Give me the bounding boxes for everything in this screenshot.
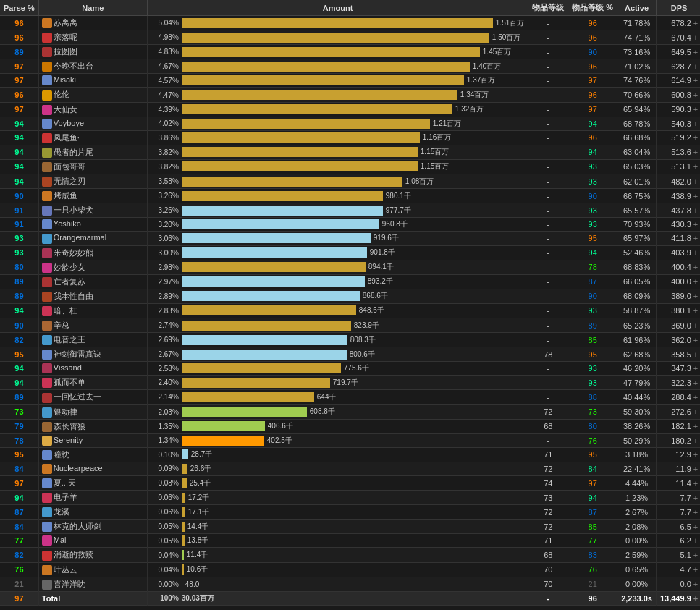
dps-plus-icon[interactable]: +: [693, 263, 698, 271]
col-dps[interactable]: DPS: [656, 0, 700, 16]
player-name[interactable]: 我本性自由: [38, 289, 147, 303]
dps-plus-icon[interactable]: +: [693, 594, 698, 603]
player-name[interactable]: 无情之刃: [38, 174, 147, 189]
player-name[interactable]: 喜洋洋眈: [38, 577, 147, 591]
player-name[interactable]: 今晚不出台: [38, 59, 147, 74]
amount-bar-cell: 3.26%977.7千: [147, 203, 528, 218]
dps-plus-icon[interactable]: +: [693, 90, 698, 99]
parse-value: 90: [0, 318, 38, 332]
player-name[interactable]: 凤尾鱼·: [38, 130, 147, 145]
dps-plus-icon[interactable]: +: [693, 62, 698, 71]
dps-plus-icon[interactable]: +: [693, 19, 698, 27]
col-ilvl-pct[interactable]: 物品等级 %: [568, 0, 617, 16]
dps-plus-icon[interactable]: +: [693, 321, 698, 330]
player-name[interactable]: Mai: [38, 534, 147, 548]
dps-plus-icon[interactable]: +: [693, 536, 698, 545]
player-name[interactable]: 一只小柴犬: [38, 203, 147, 218]
dps-plus-icon[interactable]: +: [693, 33, 698, 42]
player-name[interactable]: 暗、杠: [38, 303, 147, 318]
player-name[interactable]: 愚者的片尾: [38, 145, 147, 159]
col-name[interactable]: Name: [38, 0, 147, 16]
player-name[interactable]: 一回忆过去一: [38, 390, 147, 404]
dps-plus-icon[interactable]: +: [693, 133, 698, 142]
player-name[interactable]: 电子羊: [38, 491, 147, 505]
player-icon: [42, 306, 52, 316]
player-name[interactable]: 神剑御雷真诀: [38, 347, 147, 362]
ilvl-pct-value: 87: [568, 274, 617, 289]
dps-plus-icon[interactable]: +: [693, 580, 698, 588]
amount-bar: [182, 90, 457, 100]
dps-plus-icon[interactable]: +: [693, 119, 698, 128]
dps-plus-icon[interactable]: +: [693, 364, 698, 373]
col-active[interactable]: Active: [617, 0, 657, 16]
player-name[interactable]: Vissand: [38, 362, 147, 376]
dps-plus-icon[interactable]: +: [693, 277, 698, 286]
dps-plus-icon[interactable]: +: [693, 248, 698, 257]
player-name[interactable]: Misaki: [38, 74, 147, 88]
player-name[interactable]: 林克的大师剑: [38, 520, 147, 534]
dps-plus-icon[interactable]: +: [693, 565, 698, 574]
dps-plus-icon[interactable]: +: [693, 234, 698, 242]
dps-plus-icon[interactable]: +: [693, 306, 698, 315]
dps-plus-icon[interactable]: +: [693, 292, 698, 300]
dps-plus-icon[interactable]: +: [693, 336, 698, 344]
dps-plus-icon[interactable]: +: [693, 407, 698, 416]
player-name[interactable]: 森长霄狼: [38, 419, 147, 433]
player-name[interactable]: 亡者复苏: [38, 274, 147, 289]
dps-plus-icon[interactable]: +: [693, 465, 698, 473]
player-name[interactable]: 瞳眈: [38, 447, 147, 462]
dps-plus-icon[interactable]: +: [693, 177, 698, 186]
player-name[interactable]: 苏离离: [38, 16, 147, 30]
player-name[interactable]: 银动律: [38, 404, 147, 419]
player-name[interactable]: Nuclearpeace: [38, 462, 147, 475]
player-name[interactable]: Voyboye: [38, 117, 147, 130]
dps-plus-icon[interactable]: +: [693, 493, 698, 502]
dps-plus-icon[interactable]: +: [693, 551, 698, 559]
player-name[interactable]: Total: [38, 591, 147, 605]
player-name[interactable]: 烤咸鱼: [38, 189, 147, 203]
amount-bar: [182, 507, 185, 517]
dps-plus-icon[interactable]: +: [693, 522, 698, 531]
ilvl-pct-value: 94: [568, 245, 617, 260]
dps-plus-icon[interactable]: +: [693, 192, 698, 200]
player-name[interactable]: 拉图图: [38, 45, 147, 59]
dps-plus-icon[interactable]: +: [693, 508, 698, 517]
player-name[interactable]: 消逝的救赎: [38, 548, 147, 562]
dps-plus-icon[interactable]: +: [693, 105, 698, 114]
player-name[interactable]: 面包哥哥: [38, 159, 147, 174]
player-name[interactable]: 夏...天: [38, 476, 147, 491]
player-name[interactable]: Serenity: [38, 433, 147, 447]
player-name[interactable]: 伦伦: [38, 88, 147, 102]
col-parse[interactable]: Parse %: [0, 0, 38, 16]
player-name[interactable]: Yoshiko: [38, 218, 147, 232]
player-name[interactable]: Orangemarmal: [38, 232, 147, 245]
ilvl-value: 74: [528, 476, 568, 491]
amount-value: 13.8千: [187, 535, 208, 546]
player-name[interactable]: 妙龄少女: [38, 260, 147, 274]
dps-plus-icon[interactable]: +: [693, 48, 698, 56]
dps-plus-icon[interactable]: +: [693, 393, 698, 402]
dps-plus-icon[interactable]: +: [693, 148, 698, 156]
player-name[interactable]: 叶丛云: [38, 562, 147, 577]
player-name[interactable]: 米奇妙妙熊: [38, 245, 147, 260]
dps-plus-icon[interactable]: +: [693, 436, 698, 445]
dps-plus-icon[interactable]: +: [693, 76, 698, 85]
player-name[interactable]: 辛总: [38, 318, 147, 332]
dps-plus-icon[interactable]: +: [693, 162, 698, 171]
dps-plus-icon[interactable]: +: [693, 450, 698, 459]
active-value: 62.68%: [617, 347, 657, 362]
dps-plus-icon[interactable]: +: [693, 206, 698, 215]
table-row: 94面包哥哥3.82%1.15百万-9365.03%513.1 +: [0, 159, 700, 174]
dps-plus-icon[interactable]: +: [693, 350, 698, 359]
player-name[interactable]: 龙溪: [38, 505, 147, 520]
col-ilvl[interactable]: 物品等级: [528, 0, 568, 16]
player-name[interactable]: 电音之王: [38, 333, 147, 347]
dps-plus-icon[interactable]: +: [693, 378, 698, 387]
player-name[interactable]: 孤而不单: [38, 376, 147, 390]
dps-plus-icon[interactable]: +: [693, 479, 698, 488]
dps-plus-icon[interactable]: +: [693, 220, 698, 229]
player-name[interactable]: 大仙女: [38, 102, 147, 117]
player-name[interactable]: 亲落呢: [38, 30, 147, 45]
col-amount[interactable]: Amount: [147, 0, 528, 16]
dps-plus-icon[interactable]: +: [693, 422, 698, 431]
